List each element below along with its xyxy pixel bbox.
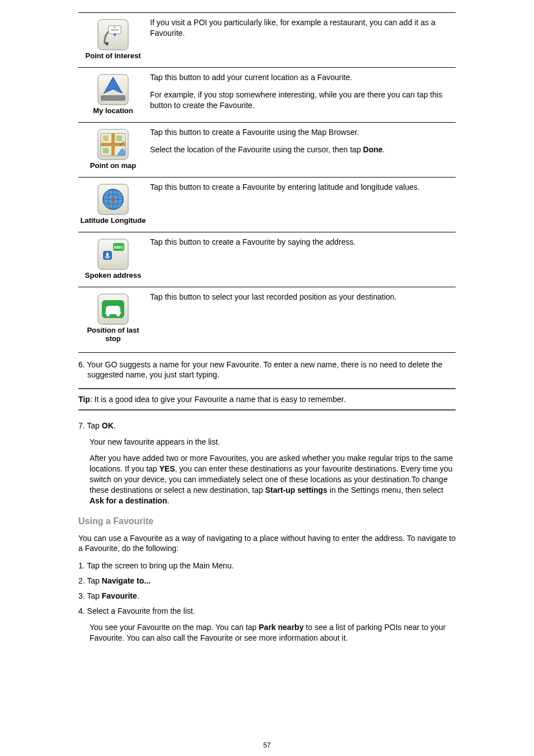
svg-point-17 [111, 198, 115, 201]
step-7: 7. Tap OK. [78, 421, 456, 431]
my-location-icon [97, 74, 129, 105]
row-lat-lon: Latitude Longitude Tap this button to cr… [78, 177, 456, 232]
poi-icon [97, 19, 129, 50]
icon-cell-pointmap: Point on map [78, 126, 148, 170]
row-point-on-map: Point on map Tap this button to create a… [78, 122, 456, 177]
icon-cell-myloc: My location [78, 71, 148, 115]
svg-rect-4 [111, 29, 119, 31]
section-heading-using-favourite: Using a Favourite [78, 516, 456, 526]
position-last-stop-label: Position of last stop [78, 326, 148, 343]
svg-rect-10 [103, 136, 109, 141]
row-point-of-interest: Point of Interest If you visit a POI you… [78, 12, 456, 67]
svg-text:ABC: ABC [114, 245, 124, 250]
nav-step-3: 3. Tap Favourite. [78, 591, 456, 601]
page-number: 57 [0, 741, 534, 749]
myloc-p1: Tap this button to add your current loca… [150, 72, 456, 83]
svg-rect-7 [101, 95, 125, 101]
svg-rect-11 [116, 136, 122, 141]
nav-step-2: 2. Tap Navigate to... [78, 576, 456, 586]
pointmap-p2: Select the location of the Favourite usi… [150, 144, 456, 155]
svg-rect-0 [98, 20, 128, 50]
svg-point-1 [105, 42, 109, 45]
latlon-p1: Tap this button to create a Favourite by… [150, 182, 456, 193]
svg-point-5 [114, 34, 116, 36]
lat-lon-label: Latitude Longitude [78, 217, 148, 225]
nav-step-1: 1. Tap the screen to bring up the Main M… [78, 561, 456, 571]
pointmap-desc: Tap this button to create a Favourite us… [148, 126, 456, 170]
svg-point-27 [116, 313, 120, 316]
poi-desc-text: If you visit a POI you particularly like… [150, 17, 456, 39]
icon-cell-poslast: Position of last stop [78, 291, 148, 343]
spoken-address-icon: ABC [97, 239, 129, 270]
tip-box: Tip: It is a good idea to give your Favo… [78, 388, 456, 410]
myloc-desc: Tap this button to add your current loca… [148, 71, 456, 115]
step-7-body-1: Your new favourite appears in the list. [78, 437, 456, 447]
step-6: 6. Your GO suggests a name for your new … [87, 360, 456, 381]
point-on-map-icon [97, 129, 129, 160]
spoken-p1: Tap this button to create a Favourite by… [150, 237, 456, 248]
pointmap-p1: Tap this button to create a Favourite us… [150, 127, 456, 138]
position-last-stop-icon [97, 293, 129, 325]
point-on-map-label: Point on map [78, 162, 148, 170]
divider [78, 352, 456, 353]
row-spoken-address: ABC Spoken address Tap this button to cr… [78, 232, 456, 287]
icon-cell-spoken: ABC Spoken address [78, 236, 148, 280]
spoken-desc: Tap this button to create a Favourite by… [148, 236, 456, 280]
myloc-p2: For example, if you stop somewhere inter… [150, 90, 456, 111]
svg-rect-22 [106, 253, 109, 257]
svg-point-26 [106, 313, 110, 316]
poslast-p1: Tap this button to select your last reco… [150, 292, 456, 302]
row-my-location: My location Tap this button to add your … [78, 67, 456, 122]
icon-cell-poi: Point of Interest [78, 16, 148, 60]
latlon-desc: Tap this button to create a Favourite by… [148, 181, 456, 225]
spoken-address-label: Spoken address [78, 272, 148, 280]
step-7-body-2: After you have added two or more Favouri… [78, 453, 456, 506]
section-intro: You can use a Favourite as a way of navi… [78, 533, 456, 554]
svg-point-3 [114, 27, 115, 28]
tip-bold: Tip [78, 395, 90, 404]
svg-rect-12 [103, 148, 109, 153]
poslast-desc: Tap this button to select your last reco… [148, 291, 456, 343]
poi-desc: If you visit a POI you particularly like… [148, 16, 456, 60]
nav-step-4-body: You see your Favourite on the map. You c… [78, 622, 456, 643]
poi-label: Point of Interest [78, 52, 148, 60]
lat-lon-icon [97, 184, 129, 215]
row-position-last-stop: Position of last stop Tap this button to… [78, 287, 456, 350]
tip-text: : It is a good idea to give your Favouri… [90, 395, 346, 404]
nav-step-4: 4. Select a Favourite from the list. [78, 606, 456, 617]
my-location-label: My location [78, 107, 148, 115]
icon-cell-latlon: Latitude Longitude [78, 181, 148, 225]
